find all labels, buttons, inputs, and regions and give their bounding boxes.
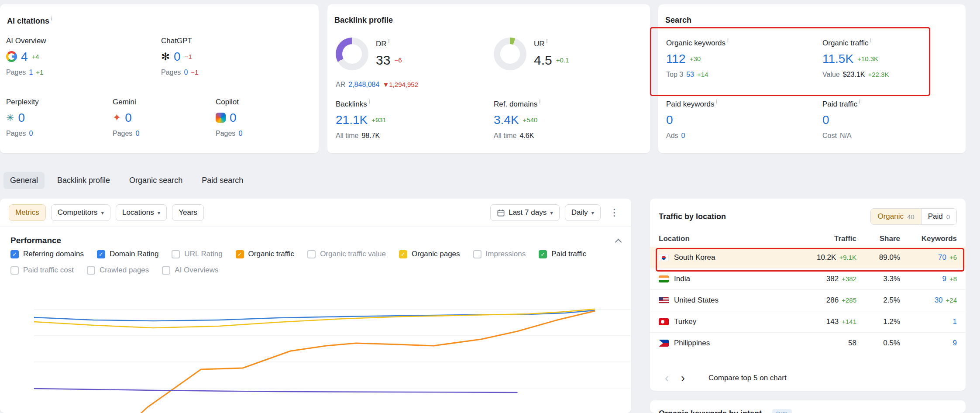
- prev-page-button[interactable]: ‹: [659, 372, 675, 384]
- keywords-value[interactable]: 70: [938, 253, 946, 262]
- keywords-value[interactable]: 9: [942, 275, 946, 283]
- beta-badge: Beta: [772, 409, 792, 413]
- organic-keywords-block: Organic keywordsi 112 +30 Top 3 53 +14: [666, 38, 729, 79]
- location-table-header: LocationTrafficShareKeywords: [650, 231, 966, 247]
- metric-toggle-crawled-pages[interactable]: Crawled pages: [87, 266, 149, 275]
- ur-delta: +0.1: [556, 56, 569, 64]
- info-icon: i: [547, 38, 548, 45]
- compare-top5-link[interactable]: Compare top 5 on chart: [708, 374, 787, 382]
- alltime-value: 4.6K: [519, 132, 534, 140]
- paid-traffic-value[interactable]: 0: [822, 114, 829, 126]
- paid-keywords-value[interactable]: 0: [666, 114, 673, 126]
- pages-value[interactable]: 0: [238, 130, 242, 138]
- more-options-button[interactable]: ⋮: [606, 205, 622, 220]
- ai-overview-citations-value[interactable]: 4: [21, 50, 28, 63]
- location-row-turkey[interactable]: Turkey143+1411.2%1: [650, 311, 966, 332]
- traffic-by-location-title: Traffic by location: [659, 212, 726, 221]
- performance-card: Metrics Competitors▾ Locations▾ Years La…: [0, 199, 631, 413]
- granularity-button[interactable]: Daily▾: [565, 204, 601, 221]
- metric-toggle-referring-domains[interactable]: ✓Referring domains: [10, 250, 84, 258]
- dr-delta: −6: [394, 56, 402, 64]
- country-name: Philippines: [674, 339, 710, 348]
- location-row-south-korea[interactable]: South Korea10.2K+9.1K89.0%70+6: [650, 247, 966, 268]
- pages-value[interactable]: 1: [29, 69, 33, 76]
- metric-toggle-organic-traffic[interactable]: ✓Organic traffic: [236, 250, 295, 258]
- chatgpt-citations-value[interactable]: 0: [174, 50, 181, 63]
- organic-traffic-label: Organic traffici: [822, 38, 889, 48]
- column-header-location: Location: [659, 234, 787, 243]
- keywords-value[interactable]: 1: [953, 317, 957, 326]
- ai-source-label: ChatGPT: [161, 37, 266, 45]
- perplexity-icon: ✳: [6, 113, 14, 123]
- pages-value[interactable]: 0: [184, 69, 188, 76]
- top3-value[interactable]: 53: [686, 71, 694, 79]
- metric-toggle-organic-traffic-value[interactable]: Organic traffic value: [307, 250, 386, 258]
- locations-button[interactable]: Locations▾: [116, 204, 167, 221]
- tab-backlink-profile[interactable]: Backlink profile: [51, 172, 117, 189]
- metric-toggle-impressions[interactable]: Impressions: [473, 250, 526, 258]
- citations-delta: −1: [185, 53, 192, 60]
- metric-toggle-url-rating[interactable]: URL Rating: [172, 250, 222, 258]
- pages-row: Pages0−1: [161, 69, 266, 76]
- location-row-united-states[interactable]: United States286+2852.5%30+24: [650, 289, 966, 311]
- metric-label: Paid traffic cost: [23, 266, 74, 275]
- metric-label: Organic traffic: [248, 250, 295, 258]
- traffic-value: 286: [826, 296, 839, 304]
- performance-chart[interactable]: [34, 297, 630, 413]
- info-icon: i: [859, 99, 860, 105]
- ads-value[interactable]: 0: [681, 132, 685, 140]
- ref-domains-value[interactable]: 3.4K: [494, 114, 519, 126]
- keywords-by-intent-card: Organic keywords by intent Beta: [650, 400, 966, 413]
- tab-paid-search[interactable]: Paid search: [195, 172, 250, 189]
- metrics-button[interactable]: Metrics: [9, 204, 46, 221]
- unchecked-checkbox-icon: [162, 266, 170, 275]
- tab-general[interactable]: General: [3, 172, 45, 189]
- perplexity-citations-value[interactable]: 0: [18, 111, 25, 124]
- location-row-india[interactable]: India382+3823.3%9+8: [650, 268, 966, 289]
- metric-toggle-paid-traffic-cost[interactable]: Paid traffic cost: [10, 266, 74, 275]
- toggle-organic[interactable]: Organic40: [871, 209, 921, 224]
- share-cell: 2.5%: [856, 296, 900, 305]
- pages-value[interactable]: 0: [29, 130, 33, 138]
- location-cell: United States: [659, 296, 787, 305]
- flag-tr-icon: [659, 318, 669, 325]
- keywords-value[interactable]: 30: [935, 296, 943, 304]
- metric-toggle-ai-overviews[interactable]: AI Overviews: [162, 266, 218, 275]
- years-button[interactable]: Years: [172, 204, 204, 221]
- alltime-label: All time: [494, 132, 516, 140]
- tab-organic-search[interactable]: Organic search: [123, 172, 189, 189]
- organic-traffic-value[interactable]: 11.5K: [822, 52, 853, 65]
- kebab-menu-icon: ⋮: [609, 208, 619, 217]
- keywords-value[interactable]: 9: [953, 339, 957, 347]
- backlinks-delta: +931: [371, 116, 386, 124]
- collapse-chevron-icon[interactable]: [615, 238, 622, 245]
- next-page-button[interactable]: ›: [675, 372, 691, 384]
- competitors-button[interactable]: Competitors▾: [51, 204, 110, 221]
- column-header-traffic: Traffic: [787, 234, 856, 243]
- date-range-button[interactable]: Last 7 days▾: [490, 204, 559, 221]
- series-line-organic-pages: [34, 309, 595, 328]
- copilot-citations-value[interactable]: 0: [230, 111, 237, 124]
- ar-value[interactable]: 2,848,084: [348, 81, 379, 89]
- share-value: 1.2%: [883, 317, 900, 326]
- gemini-citations-value[interactable]: 0: [125, 111, 132, 124]
- ai-source-label: Copilot: [216, 98, 320, 107]
- paid-keywords-block: Paid keywordsi 0 Ads 0: [666, 99, 717, 140]
- metric-label: Impressions: [486, 250, 526, 258]
- unchecked-checkbox-icon: [10, 266, 19, 275]
- metric-toggle-domain-rating[interactable]: ✓Domain Rating: [97, 250, 158, 258]
- checked-checkbox-icon: ✓: [10, 250, 19, 258]
- unchecked-checkbox-icon: [473, 250, 481, 258]
- keywords-cell: 1: [900, 317, 957, 326]
- metric-toggle-organic-pages[interactable]: ✓Organic pages: [399, 250, 460, 258]
- pages-value[interactable]: 0: [135, 130, 139, 138]
- location-row-philippines[interactable]: Philippines580.5%9: [650, 332, 966, 354]
- ai-source-label: Perplexity: [6, 98, 111, 107]
- backlinks-block: Backlinksi 21.1K +931 All time 98.7K: [336, 99, 386, 140]
- pages-delta: +1: [36, 69, 43, 76]
- backlinks-value[interactable]: 21.1K: [336, 114, 368, 126]
- toggle-paid[interactable]: Paid0: [921, 209, 956, 224]
- metric-toggle-paid-traffic[interactable]: ✓Paid traffic: [539, 250, 586, 258]
- organic-keywords-value[interactable]: 112: [666, 52, 686, 65]
- ai-source-label: Gemini: [113, 98, 217, 107]
